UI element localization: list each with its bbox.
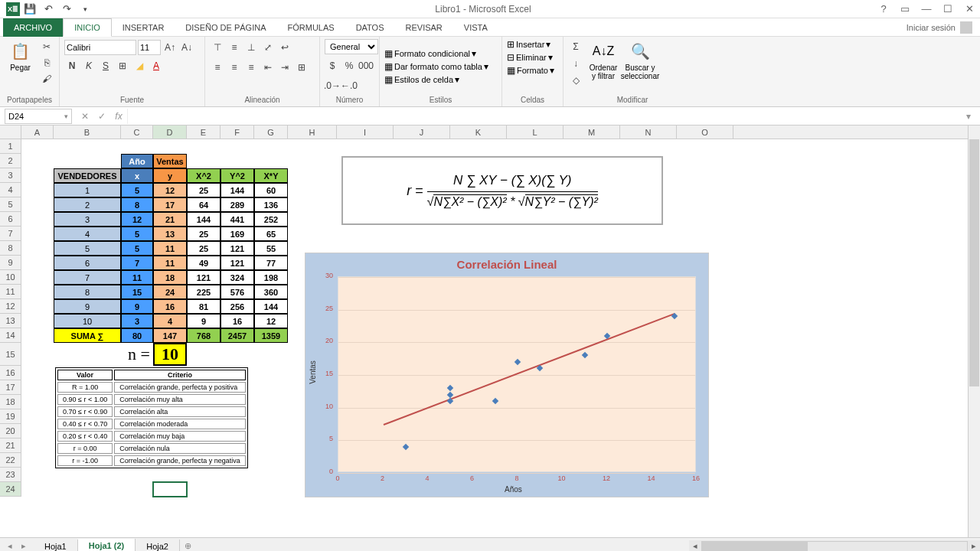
active-cell[interactable]	[153, 482, 187, 497]
add-sheet-icon[interactable]: ⊕	[180, 541, 197, 551]
row-header[interactable]: 15	[0, 343, 21, 366]
cell[interactable]: n =	[54, 343, 153, 366]
row-headers[interactable]: 123456789101112131415161718192021222324	[0, 139, 21, 497]
cell[interactable]: Ventas	[153, 154, 187, 168]
cell[interactable]: 225	[187, 285, 220, 299]
save-icon[interactable]: 💾	[21, 2, 38, 16]
cell[interactable]: 11	[153, 241, 187, 256]
grid[interactable]: ABCDEFGHIJKLMNO AñoVentasVENDEDORESxyX^2…	[21, 126, 968, 537]
row-header[interactable]: 19	[0, 409, 21, 424]
row-header[interactable]: 3	[0, 168, 21, 183]
cell[interactable]: 81	[187, 299, 220, 314]
tab-datos[interactable]: DATOS	[345, 18, 395, 37]
row-header[interactable]: 20	[0, 424, 21, 439]
cell[interactable]: 289	[220, 197, 254, 212]
thousands-icon[interactable]: 000	[358, 58, 374, 73]
column-header[interactable]: N	[620, 126, 677, 139]
cell[interactable]: 121	[220, 241, 254, 256]
cell[interactable]: 6	[54, 256, 121, 270]
cell[interactable]: 4	[54, 227, 121, 241]
cell[interactable]: 9	[187, 314, 220, 328]
cell[interactable]: 7	[121, 256, 153, 270]
cell[interactable]: 136	[254, 197, 288, 212]
undo-icon[interactable]: ↶	[40, 2, 57, 16]
cell[interactable]: 5	[54, 241, 121, 256]
cell[interactable]: 4	[153, 314, 187, 328]
tab-formulas[interactable]: FÓRMULAS	[277, 18, 345, 37]
expand-formula-icon[interactable]: ▾	[960, 111, 977, 122]
percent-icon[interactable]: %	[341, 58, 357, 73]
row-header[interactable]: 10	[0, 270, 21, 285]
cell[interactable]: 5	[121, 241, 153, 256]
cell[interactable]: 12	[153, 183, 187, 197]
column-header[interactable]: E	[187, 126, 220, 139]
align-left-icon[interactable]: ≡	[210, 60, 225, 75]
column-header[interactable]: F	[220, 126, 254, 139]
sheet-nav-prev-icon[interactable]: ◂	[3, 541, 17, 551]
fill-icon[interactable]: ↓	[568, 56, 583, 71]
sheet-tab[interactable]: Hoja1	[34, 540, 78, 552]
column-header[interactable]: A	[21, 126, 54, 139]
cell[interactable]: 441	[220, 212, 254, 227]
row-header[interactable]: 22	[0, 453, 21, 468]
find-select-button[interactable]: 🔍 Buscar y seleccionar	[623, 39, 657, 82]
ribbon-options-icon[interactable]: ▭	[894, 1, 916, 18]
vertical-scrollbar[interactable]	[968, 126, 980, 537]
cell[interactable]: X*Y	[254, 168, 288, 183]
row-header[interactable]: 4	[0, 183, 21, 197]
align-right-icon[interactable]: ≡	[243, 60, 259, 75]
cell[interactable]: 21	[153, 212, 187, 227]
sheet-tab[interactable]: Hoja2	[136, 540, 180, 552]
cell[interactable]: 7	[54, 270, 121, 285]
column-header[interactable]: C	[121, 126, 153, 139]
row-header[interactable]: 14	[0, 328, 21, 343]
cell[interactable]: 25	[187, 227, 220, 241]
column-header[interactable]: J	[394, 126, 450, 139]
cell[interactable]: 121	[187, 270, 220, 285]
maximize-icon[interactable]: ☐	[937, 1, 959, 18]
cell[interactable]: 11	[153, 256, 187, 270]
paste-button[interactable]: 📋 Pegar	[5, 39, 36, 73]
cell[interactable]: 12	[254, 314, 288, 328]
delete-cells-button[interactable]: ⊟ Eliminar ▾	[507, 52, 553, 63]
inc-decimal-icon[interactable]: .0→	[325, 78, 340, 93]
row-header[interactable]: 17	[0, 380, 21, 395]
cell[interactable]: 121	[220, 256, 254, 270]
cell[interactable]: 3	[121, 314, 153, 328]
scatter-chart[interactable]: Correlación Lineal Ventas Años 051015202…	[305, 253, 709, 497]
cell[interactable]: 3	[54, 212, 121, 227]
cell[interactable]: 77	[254, 256, 288, 270]
formula-input[interactable]	[127, 109, 960, 124]
signin[interactable]: Iniciar sesión	[906, 21, 980, 34]
cell[interactable]: 25	[187, 241, 220, 256]
enter-formula-icon[interactable]: ✓	[93, 111, 110, 122]
decrease-font-icon[interactable]: A↓	[179, 40, 194, 55]
dec-decimal-icon[interactable]: ←.0	[341, 78, 357, 93]
row-header[interactable]: 13	[0, 314, 21, 328]
align-top-icon[interactable]: ⊤	[210, 40, 225, 55]
redo-icon[interactable]: ↷	[58, 2, 75, 16]
cell[interactable]: 2457	[220, 328, 254, 343]
cell[interactable]: 144	[220, 183, 254, 197]
cell[interactable]: 15	[121, 285, 153, 299]
column-header[interactable]: H	[288, 126, 337, 139]
row-header[interactable]: 8	[0, 241, 21, 256]
cell[interactable]: 144	[187, 212, 220, 227]
align-center-icon[interactable]: ≡	[227, 60, 242, 75]
row-header[interactable]: 23	[0, 468, 21, 482]
cell[interactable]: VENDEDORES	[54, 168, 121, 183]
column-header[interactable]: D	[153, 126, 187, 139]
row-header[interactable]: 24	[0, 482, 21, 497]
underline-button[interactable]: S	[98, 58, 113, 73]
column-header[interactable]: G	[254, 126, 288, 139]
cell[interactable]: 768	[187, 328, 220, 343]
tab-archivo[interactable]: ARCHIVO	[3, 18, 63, 37]
increase-font-icon[interactable]: A↑	[162, 40, 178, 55]
cell[interactable]: 11	[121, 270, 153, 285]
sheet-tab[interactable]: Hoja1 (2)	[78, 539, 136, 552]
cell[interactable]: 5	[121, 227, 153, 241]
clear-icon[interactable]: ◇	[568, 73, 583, 88]
cell[interactable]: 16	[153, 299, 187, 314]
cell[interactable]: 49	[187, 256, 220, 270]
cell[interactable]: 17	[153, 197, 187, 212]
